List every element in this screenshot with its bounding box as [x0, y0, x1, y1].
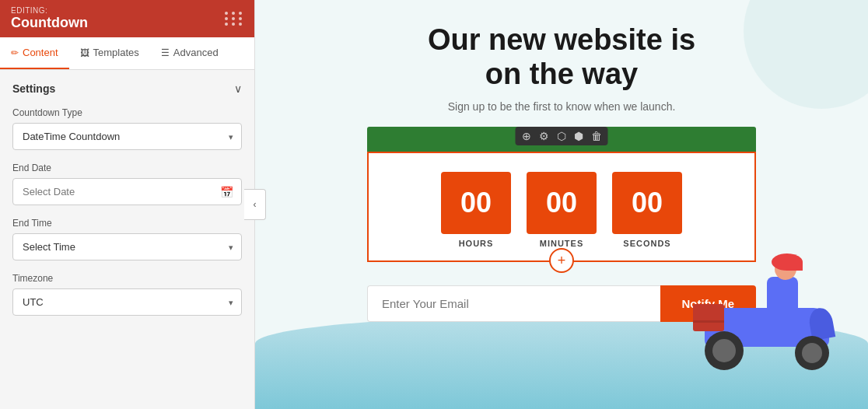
panel-body: Settings ∨ Countdown Type DateTime Count…: [0, 70, 254, 409]
copy-icon[interactable]: ⬢: [574, 130, 583, 142]
deco-circle: [744, 0, 868, 109]
seconds-box: 00 SECONDS: [612, 172, 682, 248]
scooter-illustration: [674, 246, 845, 386]
timezone-field: Timezone UTCESTPSTGMT ▾: [12, 273, 242, 316]
move-icon[interactable]: ⊕: [522, 130, 531, 142]
hero-subtitle: Sign up to be the first to know when we …: [448, 100, 676, 113]
minutes-label: MINUTES: [540, 239, 584, 248]
tab-content[interactable]: ✏ Content: [0, 37, 69, 69]
timezone-select[interactable]: UTCESTPSTGMT: [13, 289, 241, 315]
duplicate-icon[interactable]: ⬡: [557, 130, 566, 142]
dots-grid-icon[interactable]: [225, 12, 243, 26]
tab-advanced[interactable]: ☰ Advanced: [150, 37, 229, 69]
hero-title-line1: Our new website is: [428, 23, 695, 56]
content-tab-icon: ✏: [11, 47, 19, 58]
tab-content-label: Content: [23, 47, 58, 58]
collapse-panel-button[interactable]: ‹: [244, 189, 266, 220]
end-time-label: End Time: [12, 218, 242, 229]
add-element-button[interactable]: +: [549, 248, 574, 273]
tab-templates[interactable]: 🖼 Templates: [69, 37, 150, 69]
editing-label: EDITING:: [11, 6, 88, 15]
hours-label: HOURS: [459, 239, 494, 248]
minutes-number: 00: [527, 172, 597, 234]
timezone-label: Timezone: [12, 273, 242, 284]
end-time-select-wrapper: Select Time ▾: [12, 233, 242, 260]
end-time-select[interactable]: Select Time: [13, 234, 241, 260]
right-content: Our new website is on the way Sign up to…: [255, 0, 868, 409]
calendar-icon[interactable]: 📅: [220, 186, 241, 198]
countdown-type-label: Countdown Type: [12, 107, 242, 118]
end-date-label: End Date: [12, 163, 242, 173]
timezone-select-wrapper: UTCESTPSTGMT ▾: [12, 288, 242, 316]
settings-icon[interactable]: ⚙: [539, 130, 549, 142]
countdown-type-select-wrapper: DateTime CountdownEvergreen Countdown ▾: [12, 123, 242, 150]
delete-icon[interactable]: 🗑: [591, 130, 602, 142]
settings-section-header: Settings ∨: [12, 82, 242, 95]
chevron-down-icon[interactable]: ∨: [234, 82, 242, 95]
widget-toolbar: ⊕ ⚙ ⬡ ⬢ 🗑: [516, 127, 608, 145]
seconds-label: SECONDS: [623, 239, 670, 248]
hours-box: 00 HOURS: [441, 172, 511, 248]
end-date-input-wrapper: 📅: [12, 178, 242, 205]
hero-title: Our new website is on the way: [428, 23, 695, 91]
hero-title-line2: on the way: [485, 58, 638, 90]
minutes-box: 00 MINUTES: [527, 172, 597, 248]
editing-info: EDITING: Countdown: [11, 6, 88, 31]
countdown-boxes: 00 HOURS 00 MINUTES 00 SECONDS: [384, 172, 739, 248]
countdown-type-select[interactable]: DateTime CountdownEvergreen Countdown: [13, 124, 241, 149]
hours-number: 00: [441, 172, 511, 234]
settings-title: Settings: [12, 82, 55, 95]
tab-advanced-label: Advanced: [173, 47, 219, 58]
seconds-number: 00: [612, 172, 682, 234]
templates-tab-icon: 🖼: [80, 47, 89, 58]
end-time-field: End Time Select Time ▾: [12, 218, 242, 260]
email-input[interactable]: [367, 285, 660, 322]
editing-header: EDITING: Countdown: [0, 0, 254, 37]
advanced-tab-icon: ☰: [161, 47, 170, 58]
end-date-field: End Date 📅: [12, 163, 242, 205]
tab-templates-label: Templates: [93, 47, 139, 58]
left-panel: EDITING: Countdown ✏ Content 🖼 Templates…: [0, 0, 255, 409]
countdown-type-field: Countdown Type DateTime CountdownEvergre…: [12, 107, 242, 150]
editing-title: Countdown: [11, 15, 88, 30]
progress-bar-container: Progr... ⊕ ⚙ ⬡ ⬢ 🗑 00 HOURS 00 MINUTES: [367, 127, 756, 262]
tabs-row: ✏ Content 🖼 Templates ☰ Advanced: [0, 37, 254, 70]
end-date-input[interactable]: [13, 179, 220, 204]
